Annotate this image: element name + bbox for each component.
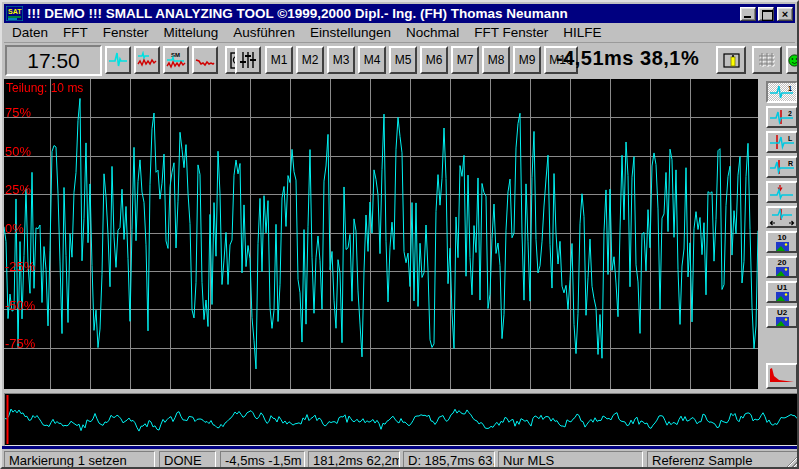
plot-sidebar: 1 2 L R (758, 79, 799, 389)
move-left-right-icon (769, 208, 795, 226)
overview-strip[interactable] (4, 393, 799, 446)
menu-ausfuehren[interactable]: Ausführen (233, 25, 295, 40)
picture-icon (776, 242, 789, 251)
marker-button-m2[interactable]: M2 (296, 46, 324, 74)
menu-bar: Daten FFT Fenster Mittelung Ausführen Ei… (4, 23, 795, 43)
show-marker2-button[interactable]: 2 (766, 106, 798, 128)
decay-curve-button[interactable] (766, 363, 798, 389)
marker-button-m9[interactable]: M9 (513, 46, 541, 74)
menu-fft[interactable]: FFT (63, 25, 88, 40)
arrow-down-impulse-icon (769, 184, 795, 200)
impulse-right-icon: R (769, 159, 795, 175)
toolbar: 17:50 SM (4, 44, 799, 79)
sm-average-icon: SM (166, 51, 186, 70)
marker-button-m4[interactable]: M4 (358, 46, 386, 74)
marker-button-m3[interactable]: M3 (327, 46, 355, 74)
overview-canvas[interactable] (5, 394, 798, 445)
picture-icon (776, 267, 789, 276)
sm-average-button[interactable]: SM (163, 46, 189, 74)
menu-nochmal[interactable]: Nochmal (406, 25, 459, 40)
y-axis-label-n50: -50% (5, 299, 35, 312)
app-icon: SAT (6, 6, 23, 21)
zoom-20-button[interactable]: 20 (766, 256, 798, 278)
svg-text:SAT: SAT (8, 8, 22, 15)
menu-einstellungen[interactable]: Einstellungen (310, 25, 391, 40)
y-axis-label-25: 25% (5, 183, 31, 196)
user-view-1-button[interactable]: U1 (766, 281, 798, 303)
svg-text:2: 2 (788, 110, 792, 117)
status-reference: Referenz Sample (647, 451, 799, 469)
impulse1-icon: 1 (769, 84, 795, 100)
status-cursor1: -4,5ms -1,5m (220, 451, 305, 469)
zoom-10-button[interactable]: 10 (766, 231, 798, 253)
marker-button-m6[interactable]: M6 (420, 46, 448, 74)
impulse-average-button[interactable] (134, 46, 160, 74)
close-button[interactable]: × (777, 7, 793, 21)
window-title: !!! DEMO !!! SMALL ANALYZING TOOL ©1999,… (27, 6, 738, 21)
decay-curve-icon (769, 367, 795, 385)
svg-text:L: L (788, 135, 793, 142)
grid-toggle-button[interactable] (752, 46, 782, 74)
average-only-button[interactable] (192, 46, 218, 74)
app-window: SAT !!! DEMO !!! SMALL ANALYZING TOOL ©1… (0, 0, 799, 469)
main-plot-canvas[interactable] (4, 79, 758, 389)
title-bar[interactable]: SAT !!! DEMO !!! SMALL ANALYZING TOOL ©1… (4, 4, 795, 23)
y-axis-label-n75: -75% (5, 337, 35, 350)
show-marker1-button[interactable]: 1 (766, 81, 798, 103)
y-axis-label-0: 0% (5, 222, 24, 235)
impulse-average-icon (137, 51, 157, 69)
y-axis-label-75: 75% (5, 106, 31, 119)
maximize-button[interactable] (758, 7, 774, 21)
zoom-20-label: 20 (778, 259, 787, 267)
menu-hilfe[interactable]: HILFE (563, 25, 601, 40)
picture-icon (776, 317, 789, 326)
status-mode: Markierung 1 setzen (4, 451, 155, 469)
marker-button-m5[interactable]: M5 (389, 46, 417, 74)
equalizer-icon (239, 51, 257, 69)
impulse-icon (108, 51, 128, 69)
marker-button-m8[interactable]: M8 (482, 46, 510, 74)
equalizer-button[interactable] (235, 46, 261, 74)
status-ok-button[interactable] (786, 46, 799, 74)
cursor-readout: -4,51ms 38,1% (556, 47, 688, 74)
marker-button-m1[interactable]: M1 (265, 46, 293, 74)
picture-icon (776, 292, 789, 301)
svg-text:1: 1 (788, 85, 792, 92)
drop-marker-button[interactable] (766, 181, 798, 203)
status-signal: Nur MLS (498, 451, 643, 469)
menu-fenster[interactable]: Fenster (103, 25, 149, 40)
svg-text:R: R (788, 160, 793, 167)
window-select-button[interactable] (716, 46, 746, 74)
main-plot-area[interactable]: Teilung: 10 ms 75% 50% 25% 0% -25% -50% … (4, 79, 758, 389)
user-view-2-label: U2 (777, 309, 787, 317)
status-done: DONE (159, 451, 216, 469)
status-delta: D: 185,7ms 63,8m (403, 451, 495, 469)
zoom-10-label: 10 (778, 234, 787, 242)
menu-daten[interactable]: Daten (12, 25, 48, 40)
division-label: Teilung: 10 ms (6, 81, 83, 95)
user-view-1-label: U1 (777, 284, 787, 292)
menu-mittelung[interactable]: Mittelung (164, 25, 219, 40)
resize-grip[interactable] (784, 455, 797, 468)
show-right-channel-button[interactable]: R (766, 156, 798, 178)
shift-marker-button[interactable] (766, 206, 798, 228)
impulse2-icon: 2 (769, 109, 795, 125)
menu-fft-fenster[interactable]: FFT Fenster (474, 25, 548, 40)
smiley-icon (788, 54, 799, 67)
window-door-icon (723, 53, 740, 68)
user-view-2-button[interactable]: U2 (766, 306, 798, 328)
marker-button-m7[interactable]: M7 (451, 46, 479, 74)
impulse-left-icon: L (769, 134, 795, 150)
show-left-channel-button[interactable]: L (766, 131, 798, 153)
status-bar: Markierung 1 setzen DONE -4,5ms -1,5m 18… (2, 449, 799, 469)
impulse-view-button[interactable] (105, 46, 131, 74)
y-axis-label-n25: -25% (5, 260, 35, 273)
minimize-button[interactable] (740, 7, 756, 21)
grid-icon (758, 53, 776, 68)
clock-display: 17:50 (5, 45, 102, 76)
status-cursor2: 181,2ms 62,2m (308, 451, 400, 469)
y-axis-label-50: 50% (5, 145, 31, 158)
average-curve-icon (195, 51, 215, 69)
